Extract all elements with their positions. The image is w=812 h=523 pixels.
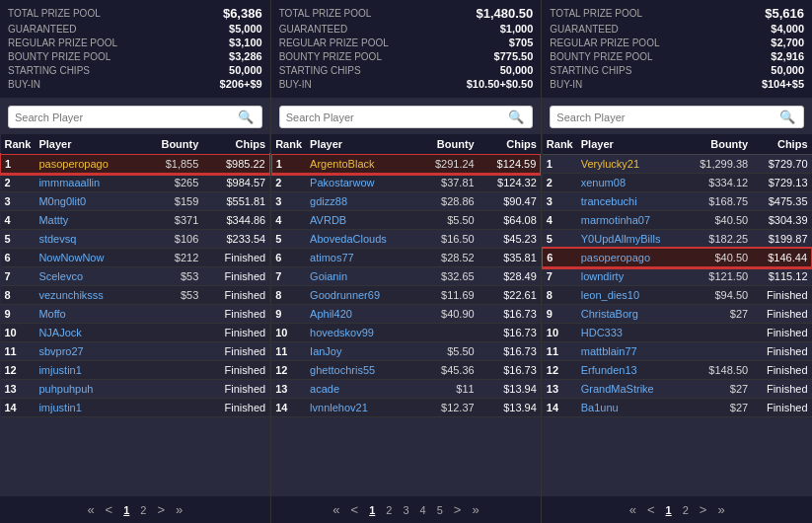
cell-player: imjustin1 — [35, 361, 140, 380]
page-2-button[interactable]: 2 — [382, 502, 396, 518]
regular-prize-pool-label: REGULAR PRIZE POOL — [279, 37, 389, 48]
search-button[interactable]: 🔍 — [236, 110, 256, 124]
cell-bounty: $28.52 — [416, 249, 479, 267]
col-rank: Rank — [271, 134, 306, 155]
search-input-wrapper: 🔍 — [550, 106, 804, 128]
cell-rank: 5 — [543, 230, 577, 249]
cell-player: acade — [306, 380, 416, 399]
cell-player: AVRDB — [306, 211, 416, 230]
panel-3: TOTAL PRIZE POOL $5,616 GUARANTEED $4,00… — [542, 0, 812, 523]
cell-bounty — [141, 380, 203, 399]
cell-player: Mattty — [35, 211, 140, 230]
cell-player: atimos77 — [306, 249, 416, 267]
cell-bounty: $94.50 — [684, 286, 752, 305]
table-row: 2 xenum08 $334.12 $729.13 — [543, 174, 812, 192]
page-last-button[interactable]: » — [172, 500, 186, 519]
cell-rank: 12 — [1, 361, 36, 380]
col-player: Player — [35, 134, 140, 155]
cell-rank: 2 — [271, 174, 306, 192]
player-table: Rank Player Bounty Chips 1 ArgentoBlack … — [271, 134, 542, 417]
search-input[interactable] — [15, 112, 236, 123]
cell-bounty: $159 — [141, 192, 203, 211]
cell-chips: $35.81 — [479, 249, 541, 267]
guaranteed-label: GUARANTEED — [279, 24, 347, 35]
search-bar: 🔍 — [0, 98, 270, 134]
bounty-prize-pool-label: BOUNTY PRIZE POOL — [8, 51, 111, 62]
cell-chips: $90.47 — [479, 192, 541, 211]
col-chips: Chips — [479, 134, 541, 155]
guaranteed-label: GUARANTEED — [8, 24, 76, 35]
buy-in-label: BUY-IN — [8, 79, 40, 90]
buy-in-value: $104+$5 — [762, 78, 804, 90]
cell-chips: $729.70 — [752, 155, 811, 174]
page-1-button[interactable]: 1 — [365, 502, 379, 518]
page-last-button[interactable]: » — [713, 500, 728, 519]
table-row: 10 hovedskov99 $16.73 — [271, 324, 541, 342]
cell-bounty: $5.50 — [416, 211, 479, 230]
page-first-button[interactable]: « — [626, 500, 640, 519]
page-2-button[interactable]: 2 — [679, 502, 693, 518]
cell-player: Erfunden13 — [577, 361, 684, 380]
page-next-button[interactable]: > — [450, 500, 466, 519]
page-prev-button[interactable]: < — [643, 500, 659, 519]
cell-player: imjustin1 — [35, 399, 140, 417]
search-input[interactable] — [556, 112, 777, 123]
search-button[interactable]: 🔍 — [777, 110, 797, 124]
bounty-prize-pool-label: BOUNTY PRIZE POOL — [550, 51, 652, 62]
cell-chips: $729.13 — [752, 174, 811, 192]
cell-bounty: $45.36 — [416, 361, 479, 380]
table-row: 13 acade $11 $13.94 — [271, 380, 541, 399]
cell-player: Goodrunner69 — [306, 286, 416, 305]
table-row: 12 imjustin1 Finished — [1, 361, 270, 380]
page-next-button[interactable]: > — [696, 500, 711, 519]
cell-player: puhpuhpuh — [35, 380, 140, 399]
cell-rank: 14 — [271, 399, 306, 417]
page-next-button[interactable]: > — [153, 500, 169, 519]
table-row: 1 ArgentoBlack $291.24 $124.59 — [271, 155, 541, 174]
cell-player: Moffo — [35, 305, 140, 324]
cell-player: lvnnlehov21 — [306, 399, 416, 417]
table-row: 11 IanJoy $5.50 $16.73 — [271, 342, 541, 361]
cell-player: Scelevco — [35, 267, 140, 286]
cell-rank: 8 — [271, 286, 306, 305]
cell-chips: $16.73 — [479, 324, 541, 342]
page-3-button[interactable]: 3 — [399, 502, 412, 518]
panel-body: 🔍 Rank Player Bounty Chips 1 — [0, 98, 270, 523]
cell-rank: 14 — [543, 399, 577, 417]
page-first-button[interactable]: « — [329, 500, 343, 519]
bounty-prize-pool-value: $775.50 — [494, 50, 534, 62]
guaranteed-value: $1,000 — [500, 23, 534, 35]
search-input[interactable] — [286, 112, 507, 123]
search-input-wrapper: 🔍 — [279, 106, 534, 128]
page-first-button[interactable]: « — [83, 500, 98, 519]
search-input-wrapper: 🔍 — [8, 106, 262, 128]
page-5-button[interactable]: 5 — [433, 502, 447, 518]
cell-bounty: $168.75 — [684, 192, 752, 211]
table-row: 10 HDC333 Finished — [543, 324, 812, 342]
search-bar: 🔍 — [271, 98, 542, 134]
cell-player: hovedskov99 — [306, 324, 416, 342]
page-4-button[interactable]: 4 — [416, 502, 430, 518]
page-prev-button[interactable]: < — [347, 500, 363, 519]
cell-bounty: $12.37 — [416, 399, 479, 417]
cell-bounty — [141, 399, 203, 417]
table-row: 11 mattblain77 Finished — [543, 342, 812, 361]
page-1-button[interactable]: 1 — [119, 502, 133, 518]
cell-chips: $344.86 — [202, 211, 269, 230]
page-last-button[interactable]: » — [468, 500, 482, 519]
search-button[interactable]: 🔍 — [506, 110, 526, 124]
cell-bounty: $53 — [141, 286, 203, 305]
cell-bounty — [141, 324, 203, 342]
cell-bounty — [684, 324, 752, 342]
cell-player: ghettochris55 — [306, 361, 416, 380]
page-2-button[interactable]: 2 — [136, 502, 150, 518]
cell-rank: 11 — [271, 342, 306, 361]
cell-player: Pakostarwow — [306, 174, 416, 192]
cell-rank: 9 — [1, 305, 36, 324]
col-chips: Chips — [752, 134, 811, 155]
col-bounty: Bounty — [141, 134, 203, 155]
cell-chips: $475.35 — [752, 192, 811, 211]
page-prev-button[interactable]: < — [102, 500, 117, 519]
cell-chips: Finished — [202, 399, 269, 417]
page-1-button[interactable]: 1 — [662, 502, 676, 518]
